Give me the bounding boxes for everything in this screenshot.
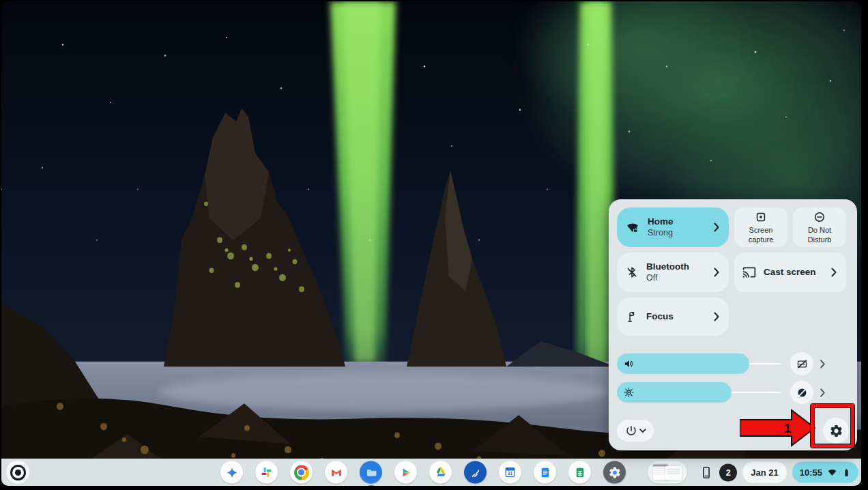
chrome-icon [294, 465, 309, 480]
settings-app-icon [608, 465, 622, 479]
chevron-right-icon [712, 268, 721, 277]
app-slack[interactable] [255, 461, 278, 484]
network-name: Home [648, 216, 712, 227]
calendar-icon: 31 [504, 466, 517, 479]
sheets-icon [574, 466, 586, 478]
phone-hub-icon [699, 464, 714, 480]
chevron-down-icon [639, 429, 646, 433]
do-not-disturb-tile[interactable]: Do Not Disturb [793, 207, 846, 247]
volume-icon [623, 358, 635, 370]
power-button[interactable] [617, 420, 654, 442]
brightness-slider[interactable] [617, 382, 781, 403]
wifi-icon [826, 467, 838, 478]
gemini-icon [225, 465, 239, 479]
chromeos-desktop: Home Strong Screen capture Do Not Distur… [1, 1, 861, 486]
gmail-icon [330, 465, 343, 479]
running-indicator [368, 485, 374, 486]
do-not-disturb-label: Do Not Disturb [797, 226, 842, 244]
cast-icon [742, 265, 756, 279]
svg-text:31: 31 [508, 471, 513, 476]
live-caption-button[interactable] [790, 352, 813, 375]
power-icon [625, 424, 637, 437]
chevron-right-icon [819, 388, 826, 397]
app-play-store[interactable] [394, 461, 417, 484]
cast-screen-label: Cast screen [764, 267, 830, 278]
app-drive[interactable] [429, 461, 452, 484]
launcher-button[interactable] [6, 461, 29, 484]
screen-capture-icon [754, 210, 768, 224]
pinned-apps: 31 [220, 461, 687, 484]
app-calendar[interactable]: 31 [499, 461, 521, 484]
screen-capture-tile[interactable]: Screen capture [734, 207, 787, 247]
night-light-button[interactable] [790, 381, 813, 404]
play-store-icon [400, 466, 412, 478]
screencast-icon [469, 466, 482, 478]
network-status: Strong [648, 228, 712, 238]
open-settings-button[interactable] [823, 418, 849, 444]
wifi-lock-icon [625, 220, 640, 235]
chevron-right-icon [712, 312, 721, 321]
display-settings-chevron[interactable] [819, 388, 826, 397]
notification-counter[interactable]: 2 [719, 463, 737, 481]
launcher-icon [10, 465, 26, 480]
screen-capture-label: Screen capture [738, 226, 783, 244]
focus-lamp-icon [625, 310, 639, 323]
volume-slider[interactable] [617, 354, 781, 374]
chevron-right-icon [712, 222, 721, 232]
audio-settings-chevron[interactable] [819, 360, 826, 369]
app-gmail[interactable] [325, 461, 347, 484]
status-area-button[interactable]: 10:55 [792, 462, 858, 483]
do-not-disturb-icon [813, 210, 826, 224]
app-screencast[interactable] [464, 461, 487, 484]
date-label: Jan 21 [751, 467, 778, 478]
drive-icon [434, 466, 447, 479]
app-docs[interactable] [534, 461, 556, 484]
date-button[interactable]: Jan 21 [742, 462, 786, 483]
quick-settings-panel: Home Strong Screen capture Do Not Distur… [609, 199, 857, 450]
screenshot-frame: Home Strong Screen capture Do Not Distur… [0, 0, 868, 490]
night-light-off-icon [796, 386, 809, 399]
clock-label: 10:55 [800, 467, 822, 478]
bluetooth-label: Bluetooth [646, 261, 712, 272]
volume-slider-fill [617, 354, 749, 374]
status-tray: 2 Jan 21 10:55 [699, 462, 858, 483]
app-settings[interactable] [603, 461, 626, 484]
phone-hub-button[interactable] [699, 464, 714, 480]
shelf: 31 [1, 459, 861, 486]
focus-tile[interactable]: Focus [617, 298, 729, 336]
chevron-right-icon [830, 268, 838, 277]
files-icon [364, 465, 378, 479]
docs-icon [539, 466, 551, 478]
window-preview-button[interactable] [648, 461, 687, 484]
network-tile[interactable]: Home Strong [617, 207, 729, 247]
cast-screen-tile[interactable]: Cast screen [734, 253, 846, 292]
slack-icon [260, 466, 273, 479]
chevron-right-icon [819, 360, 826, 369]
app-files[interactable] [360, 461, 382, 484]
brightness-icon [623, 387, 635, 399]
live-caption-off-icon [796, 358, 809, 371]
focus-label: Focus [646, 311, 712, 322]
app-sheets[interactable] [568, 461, 591, 484]
bluetooth-tile[interactable]: Bluetooth Off [617, 253, 729, 292]
notification-count: 2 [726, 467, 731, 477]
window-thumbnail [665, 466, 682, 480]
app-gemini[interactable] [220, 461, 243, 484]
app-chrome[interactable] [290, 461, 313, 484]
battery-icon [842, 466, 851, 478]
bluetooth-off-icon [625, 265, 639, 279]
bluetooth-status: Off [646, 273, 712, 283]
settings-gear-icon [829, 424, 843, 438]
